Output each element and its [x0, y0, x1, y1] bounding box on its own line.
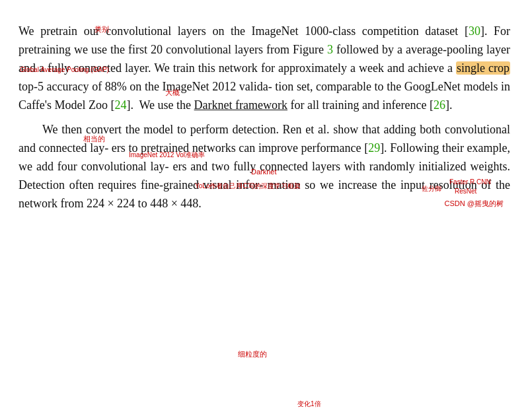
ref-29: 29	[368, 141, 380, 155]
annotation-comparable: 相当的	[83, 133, 105, 145]
annotation-approx: 大概	[165, 87, 180, 98]
ref-24: 24	[114, 98, 126, 112]
highlight-single-crop: single crop	[456, 61, 510, 75]
annotation-darknet-label: Darknet	[251, 166, 277, 178]
ref-26: 26	[434, 98, 445, 112]
annotation-fine-grained: 细粒度的	[238, 349, 267, 360]
annotation-imagenet: ImageNet 2012 Vol准确率	[129, 150, 205, 160]
annotation-faster-rcnn-ref1: 佐分御	[422, 184, 441, 194]
annotation-resolution-change: 变化1倍	[297, 399, 321, 409]
ref-fig3: 3	[327, 43, 333, 56]
annotation-class: 类别	[95, 24, 109, 35]
ref-30: 30	[469, 24, 480, 38]
annotation-yolo-framework: YoLo作者自己用C写的深度学习框架	[195, 181, 301, 192]
annotation-gap: Global Average Pooling (GAP)	[20, 65, 109, 75]
annotation-resnet-ref: ResNet	[455, 186, 476, 197]
watermark: CSDN @摇曳的树	[445, 198, 504, 209]
main-content: 类别 Global Average Pooling (GAP) 大概 相当的 I…	[19, 22, 510, 213]
darknet-framework-text: Darknet framework	[194, 98, 287, 112]
